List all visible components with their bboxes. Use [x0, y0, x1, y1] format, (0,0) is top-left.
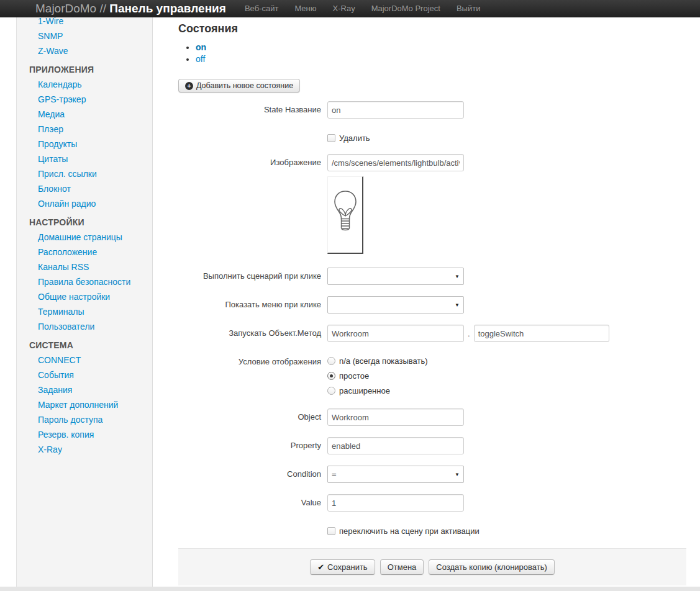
- sidebar-item-links[interactable]: Присл. ссылки: [17, 166, 152, 181]
- property-input[interactable]: [327, 437, 464, 454]
- condition-na-radio[interactable]: [327, 357, 335, 365]
- sidebar-item-1wire[interactable]: 1-Wire: [17, 17, 152, 29]
- navbar-links: Веб-сайт Меню X-Ray MajorDoMo Project Вы…: [245, 4, 497, 13]
- sidebar-item-zwave[interactable]: Z-Wave: [17, 43, 152, 58]
- sidebar-item-products[interactable]: Продукты: [17, 137, 152, 151]
- method-label: Запускать Объект.Метод: [178, 325, 327, 338]
- scenario-select[interactable]: ▼: [327, 268, 464, 285]
- delete-checkbox-label: Удалить: [339, 133, 370, 143]
- sidebar-item-security-rules[interactable]: Правила безопасности: [17, 274, 152, 289]
- image-path-input[interactable]: [327, 154, 464, 171]
- brand-prefix: MajorDoMo //: [35, 2, 109, 15]
- state-link-on[interactable]: on: [196, 42, 206, 52]
- value-label: Value: [178, 494, 327, 507]
- sidebar-item-player[interactable]: Плэер: [17, 122, 152, 137]
- row-property: Property: [178, 437, 686, 454]
- row-scenario: Выполнить сценарий при клике ▼: [178, 268, 686, 285]
- sidebar-item-xray[interactable]: X-Ray: [17, 442, 152, 457]
- save-button-label: Сохранить: [327, 562, 368, 572]
- state-list-item: off: [196, 53, 686, 65]
- sidebar-item-backup[interactable]: Резерв. копия: [17, 427, 152, 442]
- nav-item-xray[interactable]: X-Ray: [333, 4, 355, 13]
- condition-simple-radio[interactable]: [327, 372, 335, 380]
- state-name-label: State Название: [178, 101, 327, 114]
- form-actions: ✔ Сохранить Отмена Создать копию (клонир…: [178, 548, 686, 585]
- condition-advanced-radio[interactable]: [327, 387, 335, 395]
- clone-button[interactable]: Создать копию (клонировать): [429, 559, 555, 575]
- delete-checkbox[interactable]: [327, 134, 335, 142]
- state-image-preview: [327, 176, 363, 254]
- plus-icon: +: [185, 82, 193, 90]
- brand-title: Панель управления: [109, 2, 226, 15]
- condition-select-value: =: [332, 470, 337, 479]
- nav-item-logout[interactable]: Выйти: [457, 4, 481, 13]
- sidebar: 1-Wire SNMP Z-Wave ПРИЛОЖЕНИЯ Календарь …: [16, 17, 153, 587]
- menu-select[interactable]: ▼: [327, 296, 464, 314]
- sidebar-item-quotes[interactable]: Цитаты: [17, 151, 152, 166]
- state-list-item: on: [196, 42, 686, 53]
- condition-select[interactable]: = ▼: [327, 466, 464, 483]
- method-object-input[interactable]: [327, 325, 464, 342]
- clone-button-label: Создать копию (клонировать): [436, 562, 547, 572]
- row-delete: Удалить: [178, 130, 686, 143]
- sidebar-item-rss[interactable]: Каналы RSS: [17, 259, 152, 274]
- sidebar-item-gps[interactable]: GPS-трэкер: [17, 92, 152, 107]
- sidebar-item-homepages[interactable]: Домашние страницы: [17, 230, 152, 245]
- object-input[interactable]: [327, 408, 464, 426]
- nav-item-project[interactable]: MajorDoMo Project: [371, 4, 440, 13]
- state-link-off[interactable]: off: [196, 54, 205, 64]
- state-name-input[interactable]: [327, 101, 464, 119]
- save-button[interactable]: ✔ Сохранить: [310, 559, 375, 575]
- menu-label: Показать меню при клике: [178, 296, 327, 309]
- switch-scene-checkbox-label: переключить на сцену при активации: [339, 526, 480, 536]
- method-name-input[interactable]: [474, 325, 609, 342]
- condition-simple-label: простое: [339, 371, 369, 381]
- object-label: Object: [178, 408, 327, 422]
- sidebar-item-market[interactable]: Маркет дополнений: [17, 397, 152, 412]
- sidebar-item-notepad[interactable]: Блокнот: [17, 181, 152, 196]
- sidebar-header-system: СИСТЕМА: [17, 334, 152, 353]
- state-list: on off: [196, 42, 686, 65]
- page-title: Состояния: [178, 22, 686, 35]
- row-condition: Condition = ▼: [178, 466, 686, 483]
- add-state-label: Добавить новое состояние: [196, 81, 293, 90]
- row-menu: Показать меню при клике ▼: [178, 296, 686, 314]
- page-bottom-strip: [0, 587, 700, 591]
- sidebar-header-apps: ПРИЛОЖЕНИЯ: [17, 58, 152, 77]
- sidebar-list: 1-Wire SNMP Z-Wave ПРИЛОЖЕНИЯ Календарь …: [17, 17, 152, 457]
- value-input[interactable]: [327, 494, 464, 512]
- nav-item-menu[interactable]: Меню: [294, 4, 316, 13]
- condition-advanced-label: расширенное: [339, 386, 390, 395]
- cancel-button-label: Отмена: [388, 562, 417, 572]
- sidebar-item-terminals[interactable]: Терминалы: [17, 304, 152, 319]
- sidebar-item-media[interactable]: Медиа: [17, 107, 152, 122]
- sidebar-item-jobs[interactable]: Задания: [17, 382, 152, 397]
- row-object: Object: [178, 408, 686, 426]
- app-brand[interactable]: MajorDoMo // Панель управления: [35, 2, 226, 16]
- sidebar-item-calendar[interactable]: Календарь: [17, 77, 152, 92]
- row-image-preview: [178, 176, 686, 254]
- state-form: State Название Удалить Изображение: [178, 101, 686, 585]
- sidebar-item-events[interactable]: События: [17, 368, 152, 382]
- add-state-button[interactable]: + Добавить новое состояние: [178, 79, 300, 92]
- cancel-button[interactable]: Отмена: [380, 559, 424, 575]
- condition-mode-label: Условие отображения: [178, 353, 327, 366]
- sidebar-item-connect[interactable]: CONNECT: [17, 353, 152, 368]
- condition-label: Condition: [178, 466, 327, 479]
- property-label: Property: [178, 437, 327, 450]
- sidebar-item-password[interactable]: Пароль доступа: [17, 412, 152, 427]
- sidebar-item-snmp[interactable]: SNMP: [17, 29, 152, 43]
- row-switch-scene: переключить на сцену при активации: [178, 523, 686, 536]
- sidebar-item-location[interactable]: Расположение: [17, 245, 152, 259]
- chevron-down-icon: ▼: [455, 472, 460, 477]
- sidebar-item-radio[interactable]: Онлайн радио: [17, 196, 152, 211]
- image-label: Изображение: [178, 154, 327, 167]
- sidebar-item-general-settings[interactable]: Общие настройки: [17, 289, 152, 304]
- sidebar-item-users[interactable]: Пользователи: [17, 319, 152, 334]
- top-navbar: MajorDoMo // Панель управления Веб-сайт …: [0, 0, 700, 17]
- method-separator: .: [468, 329, 470, 338]
- switch-scene-checkbox[interactable]: [327, 527, 335, 535]
- chevron-down-icon: ▼: [455, 274, 460, 279]
- nav-item-website[interactable]: Веб-сайт: [245, 4, 278, 13]
- sidebar-header-settings: НАСТРОЙКИ: [17, 211, 152, 230]
